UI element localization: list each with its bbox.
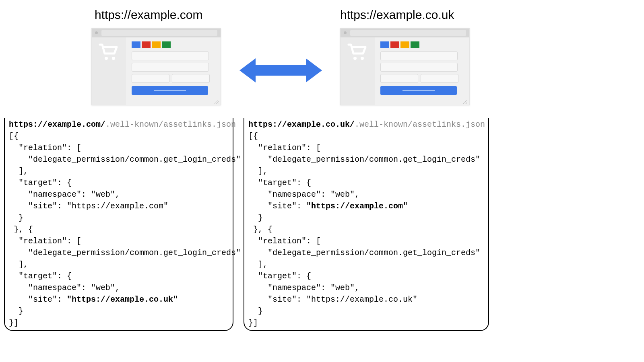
- svg-point-0: [105, 57, 108, 60]
- highlighted-site: "https://example.co.uk": [67, 295, 178, 304]
- submit-button: [132, 86, 208, 95]
- text-field-short: [380, 74, 418, 83]
- left-assetlinks-json: [{ "relation": [ "delegate_permission/co…: [9, 130, 229, 329]
- logo-green: [162, 41, 171, 48]
- logo-red: [390, 41, 399, 48]
- code-part-b: } }, { "relation": [ "delegate_permissio…: [248, 213, 480, 327]
- browser-titlebar: [341, 29, 469, 37]
- submit-button: [380, 86, 457, 95]
- logo-green: [411, 41, 419, 48]
- text-field: [380, 63, 458, 72]
- url-prefix: https://example.co.uk/: [248, 120, 355, 129]
- logo-blue: [380, 41, 389, 48]
- code-part-b: } }]: [9, 306, 23, 327]
- left-assetlinks-card: https://example.com/.well-known/assetlin…: [4, 118, 233, 331]
- browser-titlebar: [92, 29, 221, 37]
- svg-point-3: [361, 57, 364, 60]
- url-suffix: .well-known/assetlinks.json: [355, 120, 485, 129]
- form-area: [126, 37, 221, 105]
- code-part-a: [{ "relation": [ "delegate_permission/co…: [248, 132, 480, 211]
- sidebar: [92, 37, 126, 105]
- left-site-title: https://example.com: [95, 8, 202, 22]
- left-assetlinks-url: https://example.com/.well-known/assetlin…: [9, 118, 229, 130]
- svg-point-2: [353, 57, 357, 60]
- resize-icon: [463, 99, 468, 104]
- text-field-short: [172, 74, 210, 83]
- url-prefix: https://example.com/: [9, 120, 105, 129]
- field-row: [132, 74, 213, 83]
- svg-point-1: [112, 57, 115, 60]
- cart-icon: [98, 42, 120, 62]
- code-part-a: [{ "relation": [ "delegate_permission/co…: [9, 132, 241, 304]
- resize-icon: [214, 99, 219, 104]
- text-field: [132, 51, 209, 60]
- logo-squares: [132, 41, 213, 48]
- right-browser-mockup: [340, 28, 470, 105]
- diagram-canvas: https://example.com https://example.co.u…: [0, 0, 644, 362]
- logo-blue: [132, 41, 140, 48]
- logo-yellow: [400, 41, 409, 48]
- address-bar: [101, 30, 217, 36]
- bidirectional-arrow-icon: [239, 56, 322, 84]
- text-field-short: [132, 74, 169, 83]
- url-suffix: .well-known/assetlinks.json: [105, 120, 236, 129]
- logo-yellow: [152, 41, 161, 48]
- right-assetlinks-url: https://example.co.uk/.well-known/assetl…: [248, 118, 484, 130]
- form-area: [375, 37, 469, 105]
- text-field: [132, 63, 209, 72]
- address-bar: [350, 30, 466, 36]
- right-assetlinks-card: https://example.co.uk/.well-known/assetl…: [244, 118, 489, 331]
- left-browser-mockup: [91, 28, 221, 105]
- logo-red: [142, 41, 151, 48]
- window-dot-icon: [344, 31, 347, 34]
- right-site-title: https://example.co.uk: [340, 8, 454, 22]
- text-field: [380, 51, 458, 60]
- highlighted-site: "https://example.com": [306, 202, 408, 211]
- window-dot-icon: [95, 31, 98, 34]
- right-assetlinks-json: [{ "relation": [ "delegate_permission/co…: [248, 130, 484, 329]
- sidebar: [341, 37, 375, 105]
- logo-squares: [380, 41, 462, 48]
- cart-icon: [347, 42, 369, 62]
- field-row: [380, 74, 462, 83]
- svg-marker-4: [239, 58, 322, 82]
- text-field-short: [421, 74, 458, 83]
